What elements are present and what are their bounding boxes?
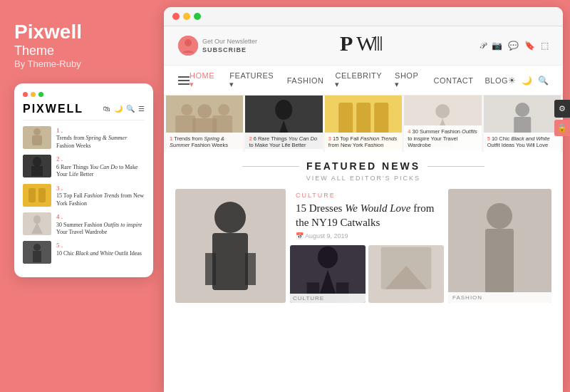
featured-right-image[interactable]: FASHION bbox=[448, 189, 551, 303]
svg-rect-6 bbox=[23, 184, 51, 207]
featured-right-label: FASHION bbox=[448, 292, 551, 303]
hamburger-menu[interactable] bbox=[178, 76, 190, 85]
list-item: 5 . 10 Chic Black and White Outfit Ideas bbox=[23, 241, 145, 264]
settings-gear-icon[interactable]: ⚙ bbox=[554, 100, 570, 118]
topbar-icons: 𝒫 📷 💬 🔖 ⬚ bbox=[480, 41, 549, 51]
featured-section: FEATURED NEWS VIEW ALL EDITOR'S PICKS bbox=[164, 152, 563, 392]
nav-sun-icon[interactable]: ☀ bbox=[508, 76, 516, 86]
nav-moon-icon[interactable]: 🌙 bbox=[522, 76, 532, 86]
browser-dot-red[interactable] bbox=[172, 13, 180, 20]
bookmark-icon[interactable]: 🔖 bbox=[524, 41, 535, 51]
nav-celebrity[interactable]: CELEBRITY ▾ bbox=[335, 71, 383, 89]
browser-dot-green[interactable] bbox=[194, 13, 201, 20]
list-item: 1 . Trends from Spring & Summer Fashion … bbox=[23, 126, 145, 150]
slide-caption: 1 Trends from Spring & Summer Fashion We… bbox=[166, 133, 243, 153]
nav-contact[interactable]: CONTACT bbox=[434, 76, 474, 85]
featured-heading: FEATURED NEWS bbox=[175, 160, 551, 172]
slide-item[interactable]: 1 Trends from Spring & Summer Fashion We… bbox=[166, 96, 243, 152]
featured-line-right bbox=[428, 166, 484, 167]
slide-item[interactable]: 3 15 Top Fall Fashion Trends from New Yo… bbox=[325, 96, 402, 152]
news-number: 1 . bbox=[56, 126, 145, 135]
browser-dot-yellow[interactable] bbox=[183, 13, 190, 20]
svg-point-23 bbox=[197, 104, 212, 118]
hamburger-line bbox=[178, 83, 190, 85]
featured-subtext[interactable]: VIEW ALL EDITOR'S PICKS bbox=[175, 175, 551, 182]
slide-num: 5 bbox=[487, 135, 490, 142]
nav-search-icon[interactable]: 🔍 bbox=[538, 76, 549, 86]
slide-item[interactable]: 5 10 Chic Black and White Outfit Ideas Y… bbox=[484, 96, 561, 152]
news-number: 2 . bbox=[56, 155, 145, 164]
slide-num: 1 bbox=[170, 135, 172, 142]
slide-title: 6 Rare Things You Can Do to Make Your Li… bbox=[249, 135, 317, 149]
whatsapp-icon[interactable]: 💬 bbox=[508, 41, 519, 51]
svg-point-27 bbox=[218, 104, 229, 115]
news-number: 4 . bbox=[56, 212, 145, 222]
news-thumbnail bbox=[23, 212, 51, 235]
featured-article-info: CULTURE 15 Dresses We Would Love from th… bbox=[290, 189, 444, 245]
featured-title: FEATURED NEWS bbox=[306, 160, 420, 172]
slide-item[interactable]: 2 6 Rare Things You Can Do to Make Your … bbox=[245, 96, 322, 152]
svg-rect-7 bbox=[28, 188, 36, 202]
nav-home[interactable]: HOME ▾ bbox=[190, 71, 218, 89]
instagram-icon[interactable]: 📷 bbox=[492, 41, 502, 51]
featured-main-image[interactable] bbox=[175, 189, 286, 303]
svg-rect-5 bbox=[31, 166, 43, 176]
nav-fashion[interactable]: FASHION bbox=[287, 76, 324, 85]
lock-icon[interactable]: 🔒 bbox=[554, 120, 570, 136]
mobile-window-controls bbox=[23, 92, 145, 97]
news-number: 5 . bbox=[56, 241, 142, 250]
news-number: 3 . bbox=[56, 184, 145, 193]
svg-rect-46 bbox=[245, 253, 256, 285]
news-thumbnail bbox=[23, 126, 51, 149]
mobile-search-icon: 🔍 bbox=[126, 105, 135, 113]
featured-article-date: 📅 August 9, 2019 bbox=[296, 232, 438, 239]
browser-panel: Get Our Newsletter SUBSCRIBE P W bbox=[164, 7, 563, 392]
nav-right-icons: ☀ 🌙 🔍 bbox=[508, 76, 549, 86]
news-text: 1 . Trends from Spring & Summer Fashion … bbox=[56, 126, 145, 150]
nav-features[interactable]: FEATURES ▾ bbox=[229, 71, 275, 89]
left-panel: Pixwell Theme By Theme-Ruby PIXWELL 🛍 🌙 … bbox=[0, 0, 164, 392]
mobile-logo: PIXWELL bbox=[23, 103, 83, 115]
slide-caption: 2 6 Rare Things You Can Do to Make Your … bbox=[245, 133, 322, 153]
news-title: 15 Top Fall Fashion Trends from New York… bbox=[56, 192, 145, 207]
svg-point-56 bbox=[487, 203, 512, 229]
newsletter-subscribe-link[interactable]: SUBSCRIBE bbox=[202, 46, 257, 53]
featured-sub-image-2[interactable] bbox=[368, 245, 444, 303]
mobile-dot-yellow bbox=[31, 92, 36, 97]
calendar-icon: 📅 bbox=[296, 232, 304, 239]
mobile-moon-icon: 🌙 bbox=[114, 105, 123, 113]
featured-grid: CULTURE 15 Dresses We Would Love from th… bbox=[175, 189, 551, 303]
featured-tag: CULTURE bbox=[296, 192, 438, 199]
svg-point-43 bbox=[214, 202, 246, 233]
news-text: 3 . 15 Top Fall Fashion Trends from New … bbox=[56, 184, 145, 207]
slide-num: 2 bbox=[249, 135, 252, 142]
newsletter-label: Get Our Newsletter bbox=[202, 38, 257, 46]
list-item: 4 . 30 Summer Fashion Outfits to inspire… bbox=[23, 212, 145, 236]
news-thumbnail bbox=[23, 155, 51, 177]
featured-sub-image-1[interactable]: CULTURE bbox=[290, 245, 366, 303]
newsletter-text-group: Get Our Newsletter SUBSCRIBE bbox=[202, 38, 257, 53]
svg-rect-2 bbox=[32, 135, 42, 145]
slide-caption: 4 30 Summer Fashion Outfits to inspire Y… bbox=[404, 125, 481, 152]
svg-point-25 bbox=[181, 104, 192, 115]
slider-strip: 1 Trends from Spring & Summer Fashion We… bbox=[164, 96, 563, 152]
mobile-bag-icon: 🛍 bbox=[103, 105, 110, 113]
nav-shop[interactable]: SHOP ▾ bbox=[395, 71, 423, 89]
featured-center: CULTURE 15 Dresses We Would Love from th… bbox=[290, 189, 444, 303]
slide-num: 3 bbox=[328, 135, 331, 142]
slide-item[interactable]: 4 30 Summer Fashion Outfits to inspire Y… bbox=[404, 96, 481, 152]
svg-rect-8 bbox=[38, 188, 46, 202]
mobile-header: PIXWELL 🛍 🌙 🔍 ☰ bbox=[23, 103, 145, 120]
share-icon[interactable]: ⬚ bbox=[541, 41, 549, 51]
browser-chrome bbox=[164, 7, 563, 26]
newsletter-image bbox=[178, 36, 198, 56]
pinterest-icon[interactable]: 𝒫 bbox=[480, 41, 486, 51]
featured-line-left bbox=[242, 166, 299, 167]
nav-blog[interactable]: BLOG bbox=[484, 76, 508, 85]
list-item: 2 . 6 Rare Things You Can Do to Make You… bbox=[23, 155, 145, 178]
mobile-header-icons: 🛍 🌙 🔍 ☰ bbox=[103, 105, 145, 113]
site-topbar: Get Our Newsletter SUBSCRIBE P W bbox=[164, 26, 563, 66]
mobile-dot-red bbox=[23, 92, 28, 97]
featured-article-title: 15 Dresses We Would Love from the NY19 C… bbox=[296, 202, 438, 229]
news-title: Trends from Spring & Summer Fashion Week… bbox=[56, 135, 145, 150]
